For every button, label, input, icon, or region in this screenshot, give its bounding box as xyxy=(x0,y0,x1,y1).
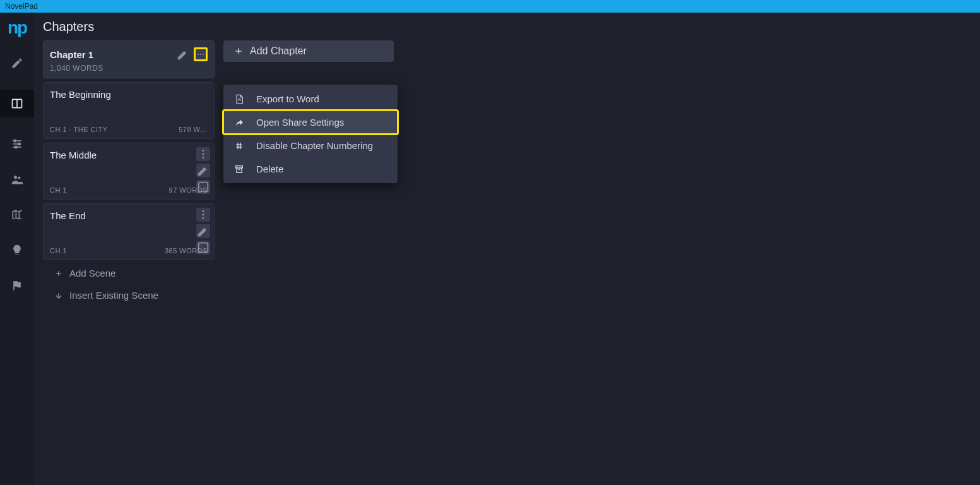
menu-delete-label: Delete xyxy=(256,164,283,174)
page-title: Chapters xyxy=(34,13,980,40)
insert-existing-label: Insert Existing Scene xyxy=(69,290,158,301)
map-icon[interactable] xyxy=(8,206,26,224)
scene-wordcount: 97 WORDS xyxy=(169,186,208,194)
svg-point-19 xyxy=(203,217,204,219)
flag-icon[interactable] xyxy=(8,277,26,294)
scene-chapter-ref: CH 1 xyxy=(50,186,67,194)
svg-point-13 xyxy=(203,150,204,152)
chapter-title: Chapter 1 xyxy=(50,49,93,60)
svg-point-6 xyxy=(18,143,20,145)
sliders-icon[interactable] xyxy=(8,135,26,153)
title-bar: NovelPad xyxy=(0,0,980,13)
svg-point-10 xyxy=(198,54,199,55)
chapter-context-menu: W Export to Word Open Share Settings Dis… xyxy=(223,85,398,183)
pen-icon[interactable] xyxy=(196,224,210,238)
hash-icon xyxy=(233,141,245,151)
menu-export-word[interactable]: W Export to Word xyxy=(223,87,398,111)
menu-delete[interactable]: Delete xyxy=(223,157,398,181)
menu-share-label: Open Share Settings xyxy=(256,117,344,128)
svg-point-9 xyxy=(18,176,20,179)
chapter-more-icon[interactable] xyxy=(194,47,208,61)
pen-icon[interactable] xyxy=(196,164,210,177)
people-icon[interactable] xyxy=(8,171,26,188)
scene-title: The End xyxy=(50,210,208,221)
scene-card[interactable]: The Middle CH 1 97 WORDS xyxy=(43,143,215,200)
svg-point-14 xyxy=(203,153,204,155)
chapter-card[interactable]: Chapter 1 1,040 WORDS xyxy=(43,40,215,78)
add-scene-label: Add Scene xyxy=(69,268,115,278)
scene-title: The Beginning xyxy=(50,89,208,100)
app-logo[interactable]: np xyxy=(8,19,27,37)
svg-point-8 xyxy=(14,176,17,179)
svg-point-17 xyxy=(203,210,204,212)
svg-point-12 xyxy=(203,54,204,55)
svg-point-11 xyxy=(200,54,201,55)
share-arrow-icon xyxy=(233,117,245,128)
nav-rail: np xyxy=(0,13,34,485)
scene-title: The Middle xyxy=(50,150,208,160)
archive-icon xyxy=(233,164,245,174)
svg-text:W: W xyxy=(238,98,242,102)
svg-rect-32 xyxy=(237,168,242,172)
svg-point-15 xyxy=(203,157,204,159)
lightbulb-icon[interactable] xyxy=(8,241,26,259)
svg-point-5 xyxy=(14,140,16,141)
content-area: Chapters Chapter 1 xyxy=(34,13,980,485)
scene-wordcount: 365 WORDS xyxy=(165,247,208,254)
svg-point-18 xyxy=(203,214,204,216)
body: Chapter 1 1,040 WORDS xyxy=(34,40,980,485)
app-name: NovelPad xyxy=(5,2,38,11)
menu-disable-label: Disable Chapter Numbering xyxy=(256,140,373,151)
menu-disable-numbering[interactable]: Disable Chapter Numbering xyxy=(223,134,398,157)
file-word-icon: W xyxy=(233,94,245,104)
add-scene-button[interactable]: Add Scene xyxy=(43,264,215,282)
more-vert-icon[interactable] xyxy=(196,147,210,161)
panels-icon[interactable] xyxy=(0,90,34,117)
menu-open-share[interactable]: Open Share Settings xyxy=(223,111,398,134)
menu-export-label: Export to Word xyxy=(256,93,319,104)
scene-chapter-ref: CH 1 · THE CITY xyxy=(50,126,108,133)
chapters-panel: Chapter 1 1,040 WORDS xyxy=(43,40,215,485)
scene-card[interactable]: The End CH 1 365 WORDS xyxy=(43,203,215,260)
scene-chapter-ref: CH 1 xyxy=(50,247,67,254)
write-icon[interactable] xyxy=(8,54,26,72)
scene-wordcount: 578 W… xyxy=(179,126,208,133)
insert-existing-button[interactable]: Insert Existing Scene xyxy=(43,286,215,304)
pen-icon[interactable] xyxy=(176,47,190,61)
add-chapter-button[interactable]: Add Chapter xyxy=(223,40,394,62)
app-frame: np Chapters xyxy=(0,13,980,485)
chapter-wordcount: 1,040 WORDS xyxy=(44,64,214,78)
more-vert-icon[interactable] xyxy=(196,208,210,222)
scene-card[interactable]: The Beginning CH 1 · THE CITY 578 W… xyxy=(43,82,215,139)
add-chapter-label: Add Chapter xyxy=(250,45,307,57)
svg-point-7 xyxy=(15,146,17,148)
